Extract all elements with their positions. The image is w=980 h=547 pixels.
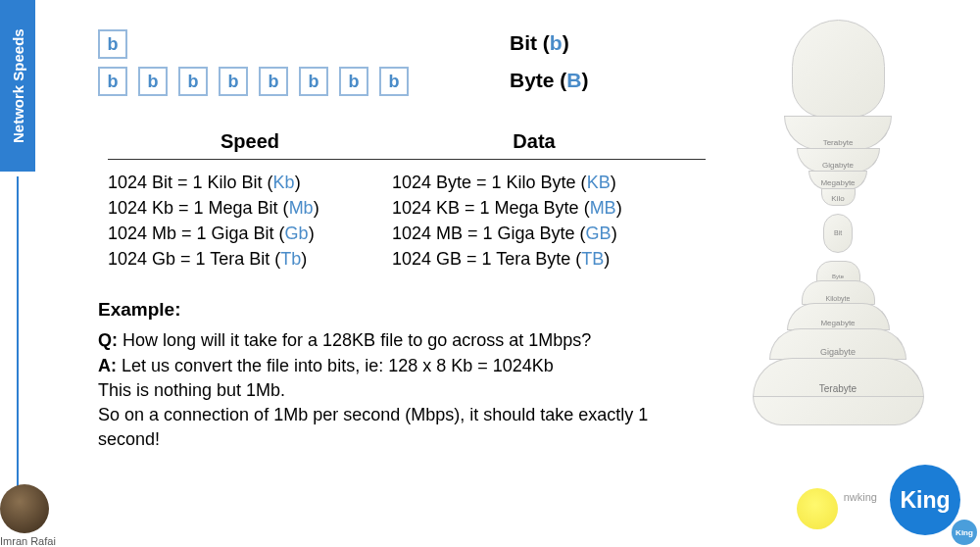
- a-text: Let us convert the file into bits, ie: 1…: [117, 356, 554, 375]
- author-name: Imran Rafai: [0, 535, 56, 547]
- conversion-table: Speed Data 1024 Bit = 1 Kilo Bit (Kb) 10…: [108, 130, 706, 272]
- doll-base: [753, 396, 924, 425]
- author-avatar: [0, 484, 49, 533]
- king-logo: King: [890, 465, 960, 535]
- sidebar-title: Network Speeds: [0, 0, 35, 172]
- data-row-3: 1024 GB = 1 Tera Byte (TB): [392, 246, 676, 272]
- bit-label-text: Bit (: [510, 31, 550, 54]
- doll-terabyte-b: Terabyte: [753, 358, 924, 397]
- doll-bit: Bit: [823, 214, 853, 253]
- speed-row-0: 1024 Bit = 1 Kilo Bit (Kb): [108, 170, 392, 195]
- byte-bit-4: b: [259, 67, 288, 96]
- q-label: Q:: [98, 330, 118, 350]
- byte-bit-0: b: [98, 67, 127, 96]
- author-section: Imran Rafai: [0, 484, 56, 547]
- byte-bit-2: b: [178, 67, 208, 96]
- byte-bit-5: b: [299, 67, 328, 96]
- data-header: Data: [392, 130, 676, 153]
- byte-row: b b b b b b b b Byte (B): [98, 67, 706, 96]
- byte-label-text: Byte (: [510, 69, 566, 91]
- close-paren: ): [563, 31, 569, 54]
- close-paren2: ): [582, 69, 589, 91]
- q-text: How long will it take for a 128KB file t…: [118, 330, 591, 350]
- main-content: b Bit (b) b b b b b b b b Byte (B) Speed…: [98, 29, 706, 452]
- data-column: 1024 Byte = 1 Kilo Byte (KB) 1024 KB = 1…: [392, 170, 676, 272]
- example-section: Example: Q: How long will it take for a …: [98, 299, 706, 452]
- doll-gigabyte-b: Gigabyte: [769, 328, 906, 360]
- table-body: 1024 Bit = 1 Kilo Bit (Kb) 1024 Kb = 1 M…: [108, 170, 706, 272]
- small-king-logo: King: [952, 520, 977, 545]
- nesting-dolls-illustration: Terabyte Gigabyte Megabyte Kilo Bit Byte…: [740, 20, 936, 471]
- example-title: Example:: [98, 299, 706, 321]
- bit-row: b Bit (b): [98, 29, 706, 59]
- speed-row-2: 1024 Mb = 1 Giga Bit (Gb): [108, 221, 392, 246]
- data-row-0: 1024 Byte = 1 Kilo Byte (KB): [392, 170, 676, 195]
- byte-bit-6: b: [339, 67, 368, 96]
- doll-byte: Byte: [816, 261, 860, 282]
- speed-column: 1024 Bit = 1 Kilo Bit (Kb) 1024 Kb = 1 M…: [108, 170, 392, 272]
- byte-bit-7: b: [379, 67, 409, 96]
- data-row-2: 1024 MB = 1 Giga Byte (GB): [392, 221, 676, 246]
- doll-kilobyte: Kilobyte: [802, 280, 875, 305]
- doll-label-megabyte: Megabyte: [808, 171, 867, 190]
- byte-bit-1: b: [138, 67, 168, 96]
- byte-abbr: B: [566, 69, 581, 91]
- doll-label-terabyte: Terabyte: [784, 116, 892, 150]
- doll-megabyte-b: Megabyte: [787, 303, 890, 330]
- byte-bit-3: b: [219, 67, 248, 96]
- example-line3: This is nothing but 1Mb.: [98, 380, 285, 400]
- a-label: A:: [98, 356, 117, 375]
- byte-label: Byte (B): [510, 69, 589, 92]
- sidebar-line: [17, 176, 19, 500]
- example-text: Q: How long will it take for a 128KB fil…: [98, 328, 706, 452]
- doll-label-gigabyte: Gigabyte: [797, 148, 880, 173]
- speed-row-3: 1024 Gb = 1 Tera Bit (Tb): [108, 246, 392, 272]
- doll-terabyte-top: [792, 20, 885, 118]
- bit-abbr: b: [550, 31, 563, 54]
- table-header-row: Speed Data: [108, 130, 706, 160]
- yellow-dot-icon: [797, 488, 838, 529]
- speed-row-1: 1024 Kb = 1 Mega Bit (Mb): [108, 195, 392, 221]
- example-line4: So on a connection of 1Mb per second (Mb…: [98, 405, 648, 449]
- speed-header: Speed: [108, 130, 392, 153]
- bit-box: b: [98, 29, 127, 59]
- doll-label-kilo: Kilo: [821, 188, 856, 206]
- bit-label: Bit (b): [510, 31, 569, 55]
- watermark-text: nwking: [844, 491, 877, 503]
- data-row-1: 1024 KB = 1 Mega Byte (MB): [392, 195, 676, 221]
